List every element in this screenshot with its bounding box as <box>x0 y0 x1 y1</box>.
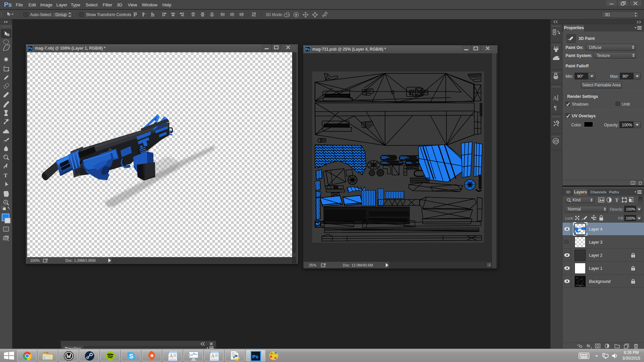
svg-text:fx: fx <box>587 344 591 348</box>
svg-text:A: A <box>169 353 173 359</box>
svg-text:3D: 3D <box>605 12 610 17</box>
svg-text:A: A <box>211 353 215 359</box>
svg-text:T: T <box>4 172 8 179</box>
svg-text:Show Transform Controls: Show Transform Controls <box>86 12 131 17</box>
svg-text:T: T <box>615 197 619 203</box>
svg-text:¶: ¶ <box>554 105 557 111</box>
svg-text:Group: Group <box>55 12 67 17</box>
svg-text:BLE: BLE <box>67 356 71 358</box>
svg-text:Auto-Select:: Auto-Select: <box>30 12 52 17</box>
svg-text:A: A <box>553 95 557 101</box>
svg-text:Ps: Ps <box>252 354 258 359</box>
svg-text:3D Mode:: 3D Mode: <box>266 12 283 17</box>
svg-text:S: S <box>129 353 133 360</box>
